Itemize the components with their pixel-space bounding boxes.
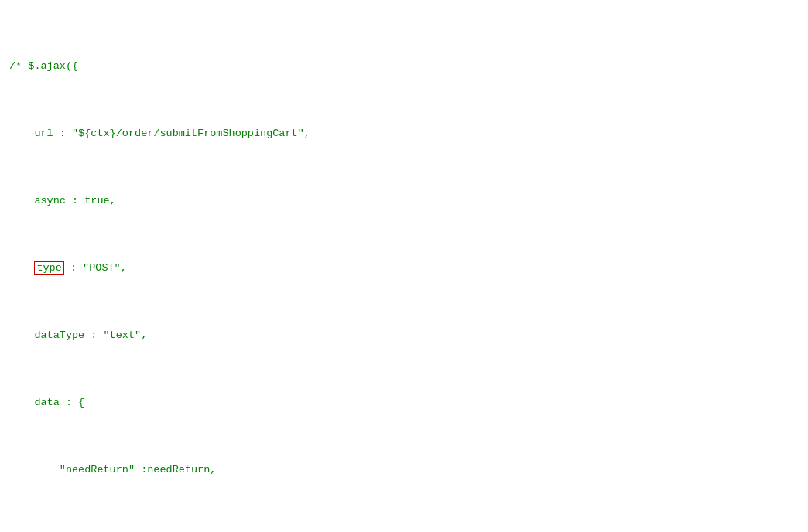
code-line-8: cartInfo : JSON.stringify(cartInfo) [0, 529, 808, 532]
code-line-6: data : { [0, 394, 808, 411]
code-line-5: dataType : "text", [0, 327, 808, 344]
code-line-7: "needReturn" :needReturn, [0, 462, 808, 479]
code-block: /* $.ajax({ url : "${ctx}/order/submitFr… [0, 0, 808, 532]
highlight-type: type [34, 261, 63, 275]
code-line-3: async : true, [0, 193, 808, 210]
code-line-4: type : "POST", [0, 260, 808, 277]
code-line-1: /* $.ajax({ [0, 58, 808, 75]
code-line-2: url : "${ctx}/order/submitFromShoppingCa… [0, 125, 808, 142]
